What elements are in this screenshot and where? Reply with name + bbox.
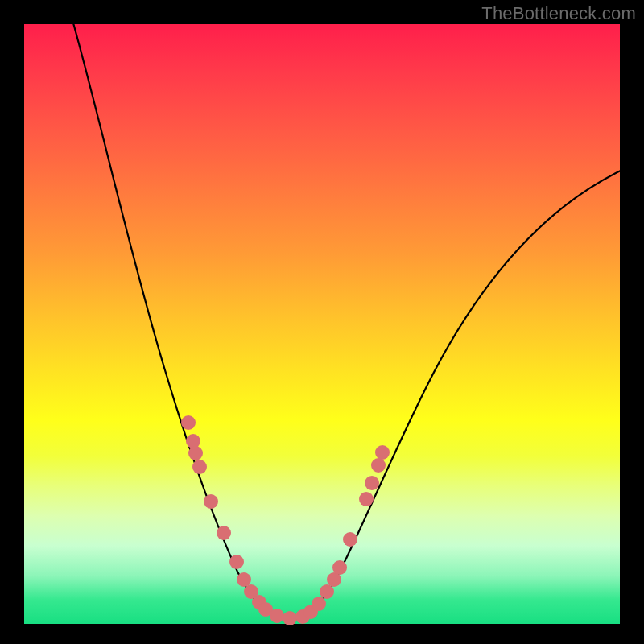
dot bbox=[188, 446, 203, 460]
curve-svg bbox=[24, 24, 620, 624]
dot bbox=[217, 526, 231, 540]
dot bbox=[375, 445, 390, 460]
dot bbox=[270, 609, 284, 623]
chart-frame: TheBottleneck.com bbox=[0, 0, 644, 644]
dot bbox=[320, 584, 334, 599]
dot bbox=[359, 492, 374, 506]
dot bbox=[365, 476, 379, 490]
curve-right-arm bbox=[290, 169, 624, 620]
marker-dots bbox=[181, 415, 390, 625]
watermark-text: TheBottleneck.com bbox=[481, 3, 636, 24]
dot bbox=[371, 458, 386, 473]
dot bbox=[229, 555, 244, 569]
dot bbox=[332, 560, 347, 575]
dot bbox=[204, 494, 218, 509]
curve-left-arm bbox=[72, 20, 290, 620]
dot bbox=[283, 611, 297, 625]
dot bbox=[186, 434, 200, 448]
dot bbox=[181, 415, 196, 430]
dot bbox=[312, 597, 326, 611]
dot bbox=[343, 532, 357, 547]
plot-area bbox=[24, 24, 620, 624]
dot bbox=[192, 460, 207, 474]
dot bbox=[237, 572, 251, 587]
bottleneck-curve bbox=[72, 20, 624, 620]
